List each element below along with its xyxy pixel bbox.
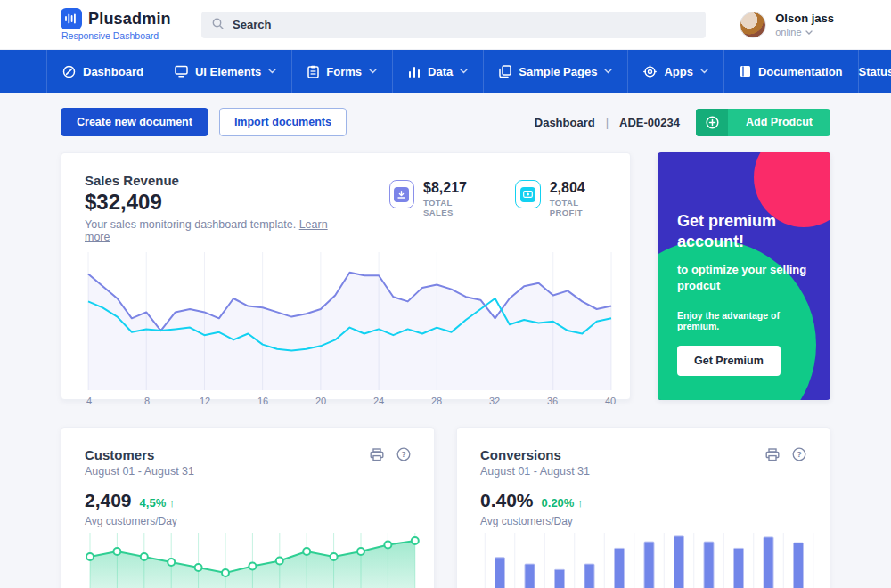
plus-circle-icon — [696, 109, 728, 136]
bar — [794, 543, 804, 588]
total-profit-stat: 2,804 TOTAL PROFIT — [515, 180, 607, 243]
ui-elements-icon — [175, 65, 188, 78]
nav-label: Dashboard — [83, 65, 143, 78]
nav-item-documentation[interactable]: Documentation — [724, 50, 859, 93]
data-point-marker — [141, 553, 148, 560]
bar — [525, 564, 535, 588]
brand-tagline: Responsive Dashboard — [61, 30, 159, 41]
nav-label: Forms — [326, 65, 362, 78]
conversions-value: 0.40% — [480, 490, 534, 511]
chevron-down-icon — [369, 69, 377, 74]
conversions-date-range: August 01 - August 31 — [480, 465, 590, 478]
bar — [555, 569, 565, 588]
add-product-button[interactable]: Add Prodcut — [696, 109, 830, 136]
plusadmin-logo-icon — [61, 8, 82, 29]
brand-name: Plusadmin — [88, 10, 171, 29]
bar — [674, 536, 684, 588]
documentation-icon — [740, 65, 751, 78]
total-profit-label: TOTAL PROFIT — [550, 198, 607, 217]
nav-item-ui-elements[interactable]: UI Elements — [159, 50, 292, 93]
data-point-marker — [168, 559, 175, 566]
conversions-card: Conversions August 01 - August 31 ? 0.40… — [456, 427, 830, 588]
download-box-icon — [389, 180, 414, 208]
bar — [764, 537, 773, 588]
data-point-marker — [357, 548, 364, 555]
conversions-delta: 0.20% ↑ — [542, 496, 584, 510]
apps-icon — [643, 65, 657, 78]
conversions-bar-chart — [457, 533, 830, 588]
sales-stats: $8,217 TOTAL SALES 2,804 TOTAL PROFIT — [389, 180, 607, 243]
breadcrumb-separator: | — [606, 116, 609, 129]
bar — [584, 564, 594, 588]
customers-card: Customers August 01 - August 31 ? 2,409 … — [61, 427, 435, 588]
nav-label: Data — [428, 65, 453, 78]
total-sales-stat: $8,217 TOTAL SALES — [389, 180, 478, 243]
help-icon[interactable]: ? — [396, 447, 411, 465]
bottom-row: Customers August 01 - August 31 ? 2,409 … — [61, 427, 830, 588]
sales-subtitle: Your sales monitoring dashboard template… — [85, 218, 332, 243]
sales-summary: Sales Revenue $32,409 Your sales monitor… — [85, 173, 332, 243]
data-point-marker — [249, 563, 256, 570]
nav-item-dashboard[interactable]: Dashboard — [46, 50, 159, 93]
search-input[interactable] — [233, 18, 695, 31]
sales-line-chart — [61, 252, 632, 390]
customers-delta: 4,5% ↑ — [140, 496, 176, 510]
chevron-down-icon — [460, 69, 468, 74]
app-header: Plusadmin Responsive Dashboard Olson jas… — [0, 0, 891, 50]
bar — [495, 558, 505, 588]
chevron-down-icon — [805, 30, 813, 35]
data-point-marker — [412, 537, 419, 544]
nav-item-data[interactable]: Data — [393, 50, 484, 93]
brand: Plusadmin Responsive Dashboard — [61, 8, 201, 41]
total-profit-value: 2,804 — [550, 180, 607, 196]
dashboard-icon — [62, 65, 76, 78]
breadcrumb: Dashboard | ADE-00234 — [535, 116, 680, 129]
chevron-down-icon — [604, 69, 612, 74]
data-point-marker — [86, 553, 94, 560]
banknote-icon — [515, 180, 540, 208]
nav-label: UI Elements — [195, 65, 261, 78]
data-point-marker — [331, 553, 338, 560]
customers-title: Customers — [85, 447, 194, 462]
data-point-marker — [222, 569, 229, 576]
data-point-marker — [113, 548, 120, 555]
nav-item-apps[interactable]: Apps — [628, 50, 724, 93]
search-bar[interactable] — [201, 12, 706, 38]
user-menu[interactable]: Olson jass online — [740, 12, 834, 38]
nav-right: Status Trailing English — [859, 50, 891, 93]
conversions-avg-label: Avg customers/Day — [457, 515, 830, 527]
customers-avg-label: Avg customers/Day — [61, 515, 434, 527]
conversions-title: Conversions — [480, 447, 590, 462]
data-point-marker — [303, 548, 310, 555]
total-sales-value: $8,217 — [423, 180, 478, 196]
main-row: Sales Revenue $32,409 Your sales monitor… — [61, 152, 830, 400]
data-point-marker — [384, 542, 391, 549]
import-documents-button[interactable]: Import documents — [219, 108, 347, 136]
print-icon[interactable] — [765, 448, 780, 465]
forms-icon — [307, 65, 319, 78]
print-icon[interactable] — [370, 448, 384, 465]
data-point-marker — [195, 564, 202, 571]
nav-item-forms[interactable]: Forms — [292, 50, 393, 93]
sales-revenue-card: Sales Revenue $32,409 Your sales monitor… — [61, 152, 631, 400]
bar — [704, 542, 714, 588]
breadcrumb-section[interactable]: Dashboard — [535, 116, 595, 129]
get-premium-button[interactable]: Get Premium — [677, 346, 781, 376]
customers-date-range: August 01 - August 31 — [85, 465, 194, 478]
nav-label: Sample Pages — [519, 65, 597, 78]
promo-note: Enjoy the advantage of premium. — [677, 310, 811, 331]
nav-status-link[interactable]: Status — [859, 65, 891, 78]
user-name: Olson jass — [775, 12, 834, 25]
user-avatar[interactable] — [740, 12, 766, 38]
svg-text:?: ? — [797, 450, 802, 459]
customers-area-chart — [61, 533, 435, 588]
user-status[interactable]: online — [775, 27, 834, 37]
breadcrumb-code: ADE-00234 — [619, 116, 680, 129]
create-new-document-button[interactable]: Create new document — [61, 108, 208, 136]
nav-item-sample-pages[interactable]: Sample Pages — [484, 50, 628, 93]
sales-x-axis: 481216202428323640 — [61, 390, 630, 406]
sales-amount: $32,409 — [85, 190, 332, 215]
bar — [615, 548, 625, 588]
help-icon[interactable]: ? — [792, 447, 806, 465]
premium-promo-panel: Get premium account! to optimize your se… — [658, 152, 830, 400]
